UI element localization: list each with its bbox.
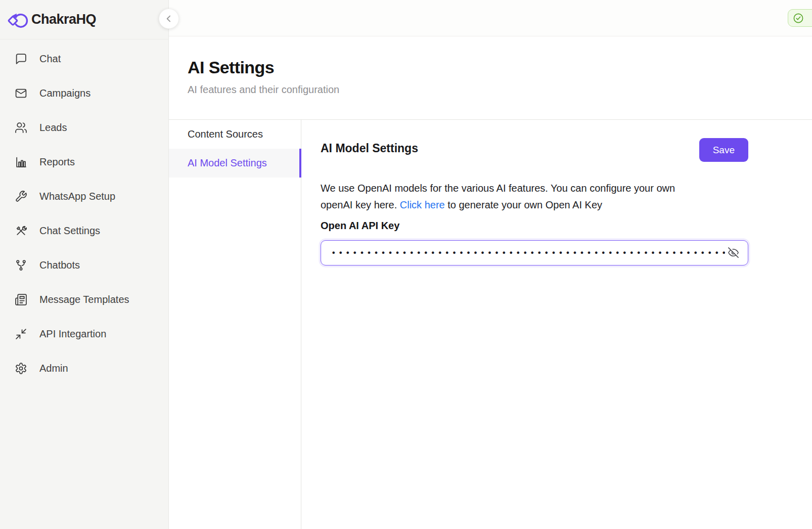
api-key-label: Open AI API Key — [321, 220, 748, 232]
sidebar-item-label: Chat — [39, 53, 61, 65]
brand-name: ChakraHQ — [31, 12, 96, 27]
branch-icon — [15, 259, 27, 272]
ai-model-settings-panel: AI Model Settings Save We use OpenAI mod… — [301, 120, 812, 529]
sidebar-item-label: Chat Settings — [39, 225, 100, 237]
collapse-arrows-icon — [15, 328, 27, 340]
sidebar-item-chat-settings[interactable]: Chat Settings — [0, 213, 168, 248]
wrench-icon — [15, 190, 27, 203]
status-badge[interactable] — [788, 9, 812, 27]
tab-ai-model-settings[interactable]: AI Model Settings — [169, 149, 301, 178]
eye-off-icon — [728, 247, 739, 258]
sidebar-nav: ChatCampaignsLeadsReportsWhatsApp SetupC… — [0, 39, 168, 385]
sidebar-item-label: Leads — [39, 122, 67, 134]
panel-title: AI Model Settings — [321, 142, 418, 155]
sidebar-item-label: Admin — [39, 363, 68, 374]
users-icon — [15, 121, 27, 134]
settings-content: Content SourcesAI Model Settings AI Mode… — [169, 120, 812, 529]
sidebar-item-chat[interactable]: Chat — [0, 41, 168, 76]
sidebar-item-label: WhatsApp Setup — [39, 191, 115, 202]
api-key-input[interactable] — [330, 248, 726, 258]
sidebar-collapse-button[interactable] — [159, 9, 179, 29]
sidebar-item-campaigns[interactable]: Campaigns — [0, 76, 168, 110]
page-header: AI Settings AI features and their config… — [169, 36, 812, 120]
bar-chart-icon — [15, 156, 27, 168]
chevron-left-icon — [164, 14, 174, 24]
topbar — [169, 0, 812, 36]
panel-description: We use OpenAI models for the various AI … — [321, 180, 748, 213]
sidebar-item-leads[interactable]: Leads — [0, 110, 168, 145]
mail-icon — [15, 87, 27, 100]
sidebar-item-whatsapp-setup[interactable]: WhatsApp Setup — [0, 179, 168, 213]
api-key-field-wrapper — [321, 240, 748, 266]
check-circle-icon — [793, 13, 804, 24]
tools-icon — [15, 225, 27, 237]
chakra-logo-icon — [7, 8, 30, 31]
sidebar-item-label: Chatbots — [39, 259, 80, 271]
page-subtitle: AI features and their configuration — [188, 84, 812, 96]
sidebar-item-label: Message Templates — [39, 294, 129, 305]
sidebar-item-reports[interactable]: Reports — [0, 145, 168, 179]
app-window: ChakraHQ ChatCampaignsLeadsReportsWhatsA… — [0, 0, 812, 529]
click-here-link[interactable]: Click here — [400, 199, 445, 210]
newspaper-icon — [15, 293, 27, 306]
sidebar-item-label: Reports — [39, 156, 75, 168]
main-area: AI Settings AI features and their config… — [169, 0, 812, 529]
sidebar-item-message-templates[interactable]: Message Templates — [0, 282, 168, 317]
sidebar-item-admin[interactable]: Admin — [0, 351, 168, 385]
sidebar: ChakraHQ ChatCampaignsLeadsReportsWhatsA… — [0, 0, 169, 529]
save-button[interactable]: Save — [699, 138, 748, 162]
description-text-after: to generate your own Open AI Key — [445, 199, 602, 210]
sidebar-item-label: API Integartion — [39, 328, 106, 340]
tab-content-sources[interactable]: Content Sources — [169, 120, 301, 149]
gear-icon — [15, 362, 27, 375]
sidebar-header: ChakraHQ — [0, 0, 168, 39]
toggle-key-visibility-button[interactable] — [726, 246, 740, 260]
chat-bubble-icon — [15, 53, 27, 65]
sidebar-item-api-integartion[interactable]: API Integartion — [0, 317, 168, 351]
page-title: AI Settings — [188, 58, 812, 77]
sidebar-item-chatbots[interactable]: Chatbots — [0, 248, 168, 282]
panel-header: AI Model Settings Save — [321, 138, 748, 162]
settings-subnav: Content SourcesAI Model Settings — [169, 120, 301, 529]
sidebar-item-label: Campaigns — [39, 87, 91, 99]
